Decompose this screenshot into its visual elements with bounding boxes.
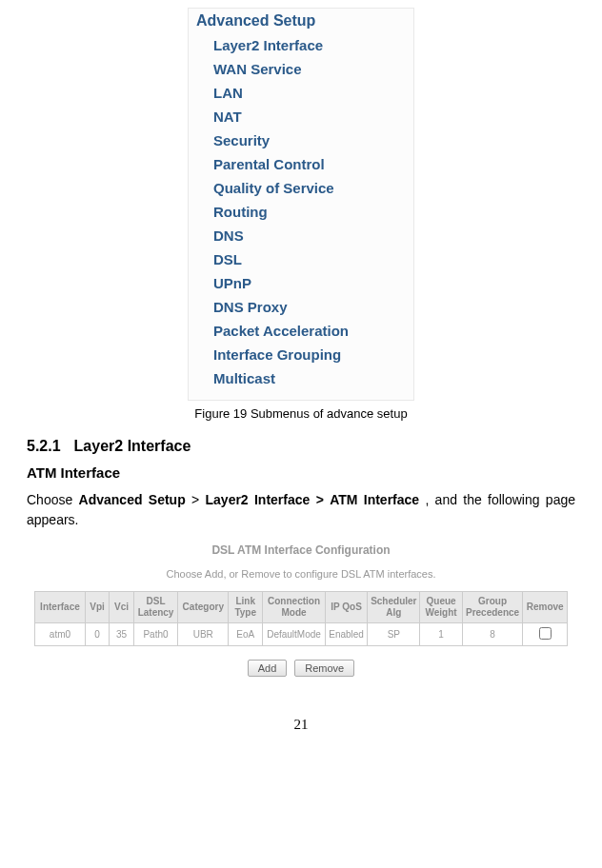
- td-latency: Path0: [133, 623, 178, 646]
- config-table: Interface Vpi Vci DSL Latency Category L…: [34, 591, 568, 646]
- section-heading: 5.2.1 Layer2 Interface: [27, 438, 575, 455]
- td-sched: SP: [368, 623, 420, 646]
- menu-item-parental: Parental Control: [213, 152, 408, 176]
- th-linktype: Link Type: [229, 592, 263, 623]
- td-ipqos: Enabled: [325, 623, 367, 646]
- config-figure: DSL ATM Interface Configuration Choose A…: [34, 538, 568, 677]
- th-interface: Interface: [35, 592, 86, 623]
- td-qweight: 1: [420, 623, 462, 646]
- section-title: Layer2 Interface: [74, 438, 191, 455]
- table-row: atm0 0 35 Path0 UBR EoA DefaultMode Enab…: [35, 623, 568, 646]
- para-text-2: >: [186, 492, 206, 507]
- menu-item-ifgroup: Interface Grouping: [213, 343, 408, 366]
- para-bold-2: Layer2 Interface >: [206, 492, 324, 507]
- td-category: UBR: [178, 623, 229, 646]
- menu-item-multicast: Multicast: [213, 366, 408, 390]
- button-row: Add Remove: [34, 660, 568, 677]
- th-gprec: Group Precedence: [462, 592, 523, 623]
- th-latency: DSL Latency: [133, 592, 178, 623]
- para-bold-1: Advanced Setup: [79, 492, 186, 507]
- config-title: DSL ATM Interface Configuration: [34, 543, 568, 557]
- th-sched: Scheduler Alg: [368, 592, 420, 623]
- th-ipqos: IP QoS: [325, 592, 367, 623]
- th-connmode: Connection Mode: [263, 592, 326, 623]
- td-remove: [523, 623, 568, 646]
- th-category: Category: [178, 592, 229, 623]
- remove-button[interactable]: Remove: [294, 660, 354, 677]
- menu-item-pktaccel: Packet Acceleration: [213, 319, 408, 343]
- config-subtitle: Choose Add, or Remove to configure DSL A…: [34, 568, 568, 580]
- td-vci: 35: [110, 623, 133, 646]
- menu-item-dnsproxy: DNS Proxy: [213, 295, 408, 319]
- td-vpi: 0: [85, 623, 109, 646]
- th-vpi: Vpi: [85, 592, 109, 623]
- menu-item-routing: Routing: [213, 200, 408, 224]
- td-connmode: DefaultMode: [263, 623, 326, 646]
- menu-figure: Advanced Setup Layer2 Interface WAN Serv…: [188, 8, 414, 401]
- add-button[interactable]: Add: [248, 660, 288, 677]
- para-text-1: Choose: [27, 492, 79, 507]
- th-remove: Remove: [523, 592, 568, 623]
- menu-item-wan: WAN Service: [213, 57, 408, 81]
- td-linktype: EoA: [229, 623, 263, 646]
- menu-item-dns: DNS: [213, 224, 408, 247]
- td-gprec: 8: [462, 623, 523, 646]
- page-number: 21: [27, 717, 575, 733]
- th-vci: Vci: [110, 592, 133, 623]
- td-interface: atm0: [35, 623, 86, 646]
- th-qweight: Queue Weight: [420, 592, 462, 623]
- section-number: 5.2.1: [27, 438, 61, 455]
- menu-item-security: Security: [213, 128, 408, 152]
- sub-heading: ATM Interface: [27, 464, 575, 481]
- remove-checkbox[interactable]: [539, 627, 552, 640]
- menu-item-layer2: Layer2 Interface: [213, 33, 408, 57]
- menu-item-qos: Quality of Service: [213, 176, 408, 200]
- menu-item-dsl: DSL: [213, 247, 408, 271]
- para-bold-3: ATM Interface: [330, 492, 419, 507]
- table-header-row: Interface Vpi Vci DSL Latency Category L…: [35, 592, 568, 623]
- menu-item-upnp: UPnP: [213, 271, 408, 295]
- menu-title: Advanced Setup: [196, 12, 408, 30]
- body-paragraph: Choose Advanced Setup > Layer2 Interface…: [27, 490, 575, 530]
- menu-item-nat: NAT: [213, 105, 408, 128]
- menu-item-lan: LAN: [213, 81, 408, 105]
- figure-caption: Figure 19 Submenus of advance setup: [27, 406, 575, 421]
